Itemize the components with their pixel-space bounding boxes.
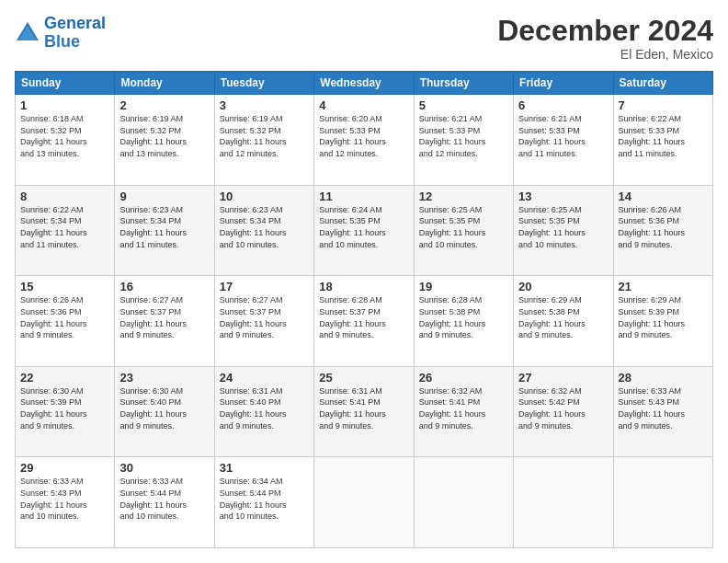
day-number: 4 (319, 98, 408, 112)
table-row: 25Sunrise: 6:31 AM Sunset: 5:41 PM Dayli… (314, 366, 414, 457)
page: General Blue December 2024 El Eden, Mexi… (0, 0, 728, 563)
table-row: 14Sunrise: 6:26 AM Sunset: 5:36 PM Dayli… (613, 185, 712, 276)
table-row: 22Sunrise: 6:30 AM Sunset: 5:39 PM Dayli… (16, 366, 115, 457)
day-info: Sunrise: 6:24 AM Sunset: 5:35 PM Dayligh… (319, 204, 408, 250)
header-wednesday: Wednesday (314, 72, 414, 95)
table-row: 26Sunrise: 6:32 AM Sunset: 5:41 PM Dayli… (414, 366, 513, 457)
day-number: 7 (619, 98, 708, 112)
header-saturday: Saturday (613, 72, 712, 95)
day-number: 16 (119, 280, 209, 293)
day-number: 6 (518, 98, 608, 112)
day-info: Sunrise: 6:27 AM Sunset: 5:37 PM Dayligh… (220, 294, 309, 340)
day-info: Sunrise: 6:31 AM Sunset: 5:40 PM Dayligh… (220, 385, 309, 431)
table-row: 16Sunrise: 6:27 AM Sunset: 5:37 PM Dayli… (115, 276, 214, 367)
table-row: 13Sunrise: 6:25 AM Sunset: 5:35 PM Dayli… (514, 185, 613, 276)
table-row: 8Sunrise: 6:22 AM Sunset: 5:34 PM Daylig… (16, 185, 115, 276)
table-row (414, 457, 513, 548)
day-info: Sunrise: 6:28 AM Sunset: 5:37 PM Dayligh… (319, 294, 408, 340)
day-number: 23 (119, 371, 209, 385)
logo-line1: General (44, 14, 106, 32)
table-row: 17Sunrise: 6:27 AM Sunset: 5:37 PM Dayli… (214, 276, 313, 367)
day-info: Sunrise: 6:33 AM Sunset: 5:44 PM Dayligh… (119, 476, 209, 522)
month-title: December 2024 (497, 15, 713, 47)
day-info: Sunrise: 6:22 AM Sunset: 5:33 PM Dayligh… (619, 113, 708, 159)
table-row: 24Sunrise: 6:31 AM Sunset: 5:40 PM Dayli… (214, 366, 313, 457)
table-row: 29Sunrise: 6:33 AM Sunset: 5:43 PM Dayli… (16, 457, 115, 548)
table-row: 27Sunrise: 6:32 AM Sunset: 5:42 PM Dayli… (514, 366, 613, 457)
day-number: 9 (119, 190, 209, 203)
day-info: Sunrise: 6:25 AM Sunset: 5:35 PM Dayligh… (419, 204, 508, 250)
header: General Blue December 2024 El Eden, Mexi… (15, 15, 713, 62)
table-row: 28Sunrise: 6:33 AM Sunset: 5:43 PM Dayli… (613, 366, 712, 457)
day-number: 27 (518, 371, 608, 385)
day-number: 10 (220, 190, 309, 203)
day-number: 14 (619, 190, 708, 203)
day-info: Sunrise: 6:19 AM Sunset: 5:32 PM Dayligh… (220, 113, 309, 159)
day-info: Sunrise: 6:23 AM Sunset: 5:34 PM Dayligh… (220, 204, 309, 250)
calendar-week-row: 22Sunrise: 6:30 AM Sunset: 5:39 PM Dayli… (16, 366, 713, 457)
day-info: Sunrise: 6:19 AM Sunset: 5:32 PM Dayligh… (119, 113, 209, 159)
header-tuesday: Tuesday (214, 72, 313, 95)
table-row (613, 457, 712, 548)
day-number: 18 (319, 280, 408, 293)
day-number: 26 (419, 371, 508, 385)
header-sunday: Sunday (16, 72, 115, 95)
day-number: 11 (319, 190, 408, 203)
day-info: Sunrise: 6:28 AM Sunset: 5:38 PM Dayligh… (419, 294, 508, 340)
day-number: 20 (518, 280, 608, 293)
table-row: 31Sunrise: 6:34 AM Sunset: 5:44 PM Dayli… (214, 457, 313, 548)
table-row: 19Sunrise: 6:28 AM Sunset: 5:38 PM Dayli… (414, 276, 513, 367)
table-row: 23Sunrise: 6:30 AM Sunset: 5:40 PM Dayli… (115, 366, 214, 457)
day-number: 24 (220, 371, 309, 385)
day-number: 17 (220, 280, 309, 293)
table-row: 18Sunrise: 6:28 AM Sunset: 5:37 PM Dayli… (314, 276, 414, 367)
day-number: 2 (119, 98, 209, 112)
day-number: 12 (419, 190, 508, 203)
logo: General Blue (15, 15, 106, 52)
table-row: 12Sunrise: 6:25 AM Sunset: 5:35 PM Dayli… (414, 185, 513, 276)
day-info: Sunrise: 6:20 AM Sunset: 5:33 PM Dayligh… (319, 113, 408, 159)
day-number: 5 (419, 98, 508, 112)
table-row (314, 457, 414, 548)
day-number: 30 (119, 461, 209, 475)
day-info: Sunrise: 6:22 AM Sunset: 5:34 PM Dayligh… (20, 204, 109, 250)
day-number: 13 (518, 190, 608, 203)
day-number: 21 (619, 280, 708, 293)
table-row: 11Sunrise: 6:24 AM Sunset: 5:35 PM Dayli… (314, 185, 414, 276)
header-monday: Monday (115, 72, 214, 95)
day-info: Sunrise: 6:26 AM Sunset: 5:36 PM Dayligh… (619, 204, 708, 250)
day-info: Sunrise: 6:18 AM Sunset: 5:32 PM Dayligh… (20, 113, 109, 159)
calendar-header-row: Sunday Monday Tuesday Wednesday Thursday… (16, 72, 713, 95)
day-number: 3 (220, 98, 309, 112)
day-number: 28 (619, 371, 708, 385)
day-info: Sunrise: 6:25 AM Sunset: 5:35 PM Dayligh… (518, 204, 608, 250)
table-row: 5Sunrise: 6:21 AM Sunset: 5:33 PM Daylig… (414, 95, 513, 186)
table-row: 1Sunrise: 6:18 AM Sunset: 5:32 PM Daylig… (16, 95, 115, 186)
title-block: December 2024 El Eden, Mexico (497, 15, 713, 62)
day-info: Sunrise: 6:29 AM Sunset: 5:38 PM Dayligh… (518, 294, 608, 340)
day-info: Sunrise: 6:30 AM Sunset: 5:40 PM Dayligh… (119, 385, 209, 431)
day-number: 15 (20, 280, 109, 293)
table-row: 9Sunrise: 6:23 AM Sunset: 5:34 PM Daylig… (115, 185, 214, 276)
day-info: Sunrise: 6:34 AM Sunset: 5:44 PM Dayligh… (220, 476, 309, 522)
table-row: 20Sunrise: 6:29 AM Sunset: 5:38 PM Dayli… (514, 276, 613, 367)
table-row: 7Sunrise: 6:22 AM Sunset: 5:33 PM Daylig… (613, 95, 712, 186)
day-number: 1 (20, 98, 109, 112)
day-info: Sunrise: 6:30 AM Sunset: 5:39 PM Dayligh… (20, 385, 109, 431)
day-number: 25 (319, 371, 408, 385)
day-info: Sunrise: 6:31 AM Sunset: 5:41 PM Dayligh… (319, 385, 408, 431)
calendar-week-row: 29Sunrise: 6:33 AM Sunset: 5:43 PM Dayli… (16, 457, 713, 548)
day-number: 29 (20, 461, 109, 475)
calendar-week-row: 8Sunrise: 6:22 AM Sunset: 5:34 PM Daylig… (16, 185, 713, 276)
table-row: 6Sunrise: 6:21 AM Sunset: 5:33 PM Daylig… (514, 95, 613, 186)
day-info: Sunrise: 6:27 AM Sunset: 5:37 PM Dayligh… (119, 294, 209, 340)
day-info: Sunrise: 6:21 AM Sunset: 5:33 PM Dayligh… (518, 113, 608, 159)
logo-icon (15, 20, 40, 46)
day-info: Sunrise: 6:32 AM Sunset: 5:42 PM Dayligh… (518, 385, 608, 431)
table-row: 2Sunrise: 6:19 AM Sunset: 5:32 PM Daylig… (115, 95, 214, 186)
location: El Eden, Mexico (497, 47, 713, 62)
table-row: 30Sunrise: 6:33 AM Sunset: 5:44 PM Dayli… (115, 457, 214, 548)
day-info: Sunrise: 6:21 AM Sunset: 5:33 PM Dayligh… (419, 113, 508, 159)
table-row (514, 457, 613, 548)
day-info: Sunrise: 6:32 AM Sunset: 5:41 PM Dayligh… (419, 385, 508, 431)
